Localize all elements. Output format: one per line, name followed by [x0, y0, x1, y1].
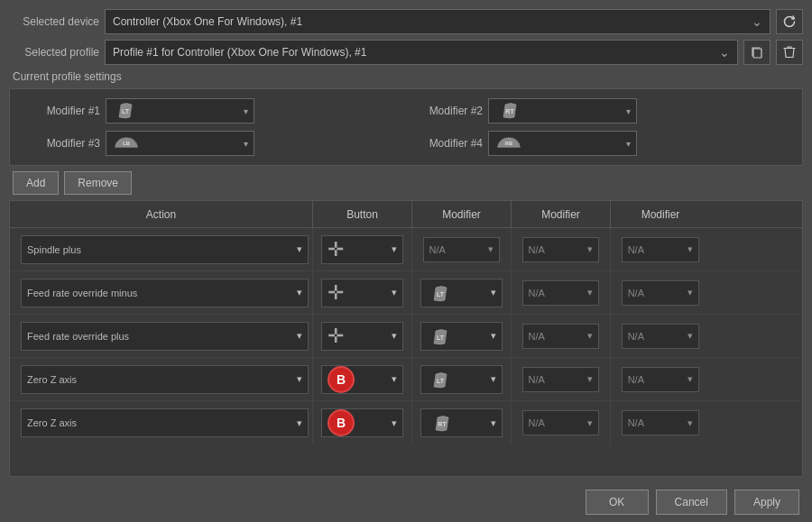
- copy-profile-button[interactable]: [743, 40, 770, 65]
- button-cell-3: ✛ ▾: [313, 315, 412, 357]
- button-dpad2-chevron: ▾: [392, 287, 397, 298]
- modifier-lt4-chevron: ▾: [491, 373, 496, 385]
- modifier2-chevron-icon: ▾: [626, 106, 631, 116]
- action-zeroz2-dropdown[interactable]: Zero Z axis ▾: [21, 408, 309, 437]
- modifier-na4c-chevron: ▾: [687, 373, 693, 385]
- button-b1-dropdown[interactable]: B ▾: [321, 365, 403, 394]
- svg-text:LT: LT: [437, 291, 445, 298]
- modifier-cell-5b: N/A ▾: [512, 401, 611, 444]
- action-zeroz1-dropdown[interactable]: Zero Z axis ▾: [21, 365, 309, 394]
- modifier-na5b-dropdown[interactable]: N/A ▾: [522, 410, 600, 435]
- remove-button[interactable]: Remove: [64, 171, 132, 195]
- modifier-lt2-chevron: ▾: [491, 287, 496, 298]
- lt-trigger-icon: LT: [427, 284, 456, 302]
- modifier2-label: Modifier #2: [411, 105, 483, 117]
- modifier-cell-5a: RT ▾: [412, 401, 512, 444]
- modifier-na1b-label: N/A: [529, 244, 545, 255]
- modifier-na3b-dropdown[interactable]: N/A ▾: [522, 324, 600, 349]
- profile-settings-heading: Current profile settings: [13, 70, 122, 83]
- table-body: Spindle plus ▾ ✛ ▾ N/A ▾: [10, 228, 802, 476]
- svg-rect-0: [753, 49, 761, 58]
- modifier-na1c-chevron: ▾: [687, 243, 693, 255]
- action-zeroz2-label: Zero Z axis: [27, 417, 77, 428]
- modifier4-dropdown[interactable]: RB ▾: [488, 131, 637, 156]
- button-dpad2-dropdown[interactable]: ✛ ▾: [321, 279, 403, 307]
- modifier-na4c-label: N/A: [628, 374, 644, 385]
- action-spindle-chevron: ▾: [297, 243, 302, 255]
- modifier-na1a-dropdown[interactable]: N/A ▾: [423, 237, 501, 262]
- dpad2-icon: ✛: [328, 281, 344, 305]
- device-value: Controller (Xbox One For Windows), #1: [113, 15, 302, 28]
- modifier-na3c-chevron: ▾: [687, 330, 693, 342]
- table-row: Feed rate override minus ▾ ✛ ▾ LT: [10, 271, 802, 315]
- profile-label: Selected profile: [9, 46, 99, 59]
- modifier4-icon: RB: [494, 133, 523, 154]
- table-row: Feed rate override plus ▾ ✛ ▾ LT: [10, 315, 802, 358]
- modifier-rt5-dropdown[interactable]: RT ▾: [420, 408, 503, 437]
- modifier3-dropdown[interactable]: LB ▾: [106, 131, 254, 156]
- table-header: Action Button Modifier Modifier Modifier: [10, 201, 802, 228]
- ok-button[interactable]: OK: [586, 490, 649, 515]
- modifier-na2c-chevron: ▾: [687, 287, 693, 298]
- device-dropdown[interactable]: Controller (Xbox One For Windows), #1 ⌄: [105, 9, 770, 34]
- action-spindle-dropdown[interactable]: Spindle plus ▾: [21, 235, 309, 264]
- modifier-na1c-dropdown[interactable]: N/A ▾: [622, 237, 700, 262]
- action-cell: Zero Z axis ▾: [10, 401, 313, 444]
- profile-dropdown[interactable]: Profile #1 for Controller (Xbox One For …: [105, 40, 738, 65]
- modifier-cell-2c: N/A ▾: [611, 271, 710, 314]
- modifier-na3b-label: N/A: [529, 331, 545, 342]
- action-cell: Spindle plus ▾: [10, 228, 313, 270]
- modifier-na5b-label: N/A: [529, 417, 545, 428]
- table-row: Spindle plus ▾ ✛ ▾ N/A ▾: [10, 228, 802, 271]
- action-feedminus-label: Feed rate override minus: [27, 288, 137, 298]
- modifier-cell-4b: N/A ▾: [512, 358, 611, 400]
- modifier-na3c-dropdown[interactable]: N/A ▾: [622, 324, 700, 349]
- device-chevron-icon: ⌄: [752, 14, 762, 29]
- modifier-na5b-chevron: ▾: [587, 417, 593, 429]
- cancel-button[interactable]: Cancel: [656, 490, 727, 515]
- table-row: Zero Z axis ▾ B ▾ RT: [10, 401, 802, 444]
- modifier-na4b-chevron: ▾: [587, 373, 593, 385]
- modifier-na2b-dropdown[interactable]: N/A ▾: [522, 280, 600, 306]
- dpad3-icon: ✛: [328, 325, 344, 348]
- action-cell: Feed rate override plus ▾: [10, 315, 313, 357]
- modifier-na3c-label: N/A: [628, 331, 644, 342]
- action-zeroz1-label: Zero Z axis: [27, 374, 77, 385]
- modifier-na4b-label: N/A: [529, 374, 545, 385]
- header-action: Action: [10, 201, 313, 227]
- action-zeroz2-chevron: ▾: [297, 417, 302, 429]
- apply-button[interactable]: Apply: [734, 490, 799, 515]
- add-button[interactable]: Add: [13, 171, 59, 195]
- modifier-lt4-dropdown[interactable]: LT ▾: [420, 365, 503, 394]
- button-dpad3-dropdown[interactable]: ✛ ▾: [321, 322, 403, 351]
- modifier-na5c-label: N/A: [628, 417, 644, 428]
- delete-profile-button[interactable]: [776, 40, 803, 65]
- modifier-cell-4c: N/A ▾: [611, 358, 710, 400]
- action-feedplus-dropdown[interactable]: Feed rate override plus ▾: [21, 322, 309, 351]
- modifier-na1c-label: N/A: [628, 244, 644, 255]
- modifier-cell-3c: N/A ▾: [611, 315, 710, 357]
- modifier-lt3-dropdown[interactable]: LT ▾: [420, 322, 503, 351]
- lt4-trigger-icon: LT: [427, 371, 456, 389]
- modifier-na5c-dropdown[interactable]: N/A ▾: [622, 410, 700, 435]
- modifier1-icon: LT: [112, 101, 141, 122]
- modifier1-dropdown[interactable]: LT ▾: [106, 98, 254, 124]
- modifier-na4c-dropdown[interactable]: N/A ▾: [622, 367, 700, 392]
- modifier-lt2-dropdown[interactable]: LT ▾: [420, 279, 503, 307]
- refresh-button[interactable]: [776, 9, 803, 34]
- svg-text:LT: LT: [122, 108, 130, 114]
- modifier3-chevron-icon: ▾: [244, 139, 248, 149]
- modifier-na4b-dropdown[interactable]: N/A ▾: [522, 367, 600, 392]
- button-dpad3-chevron: ▾: [392, 330, 397, 342]
- action-feedminus-dropdown[interactable]: Feed rate override minus ▾: [21, 279, 309, 307]
- button-b2-dropdown[interactable]: B ▾: [321, 408, 403, 437]
- dpad-icon: ✛: [328, 238, 344, 261]
- modifier2-dropdown[interactable]: RT ▾: [488, 98, 637, 124]
- svg-text:RB: RB: [505, 140, 512, 145]
- modifier-na1b-dropdown[interactable]: N/A ▾: [522, 237, 600, 262]
- button-dpad1-dropdown[interactable]: ✛ ▾: [321, 235, 403, 264]
- modifier-na2c-dropdown[interactable]: N/A ▾: [622, 280, 700, 306]
- button-cell-1: ✛ ▾: [313, 228, 412, 270]
- modifier3-icon: LB: [112, 133, 141, 154]
- action-cell: Feed rate override minus ▾: [10, 271, 313, 314]
